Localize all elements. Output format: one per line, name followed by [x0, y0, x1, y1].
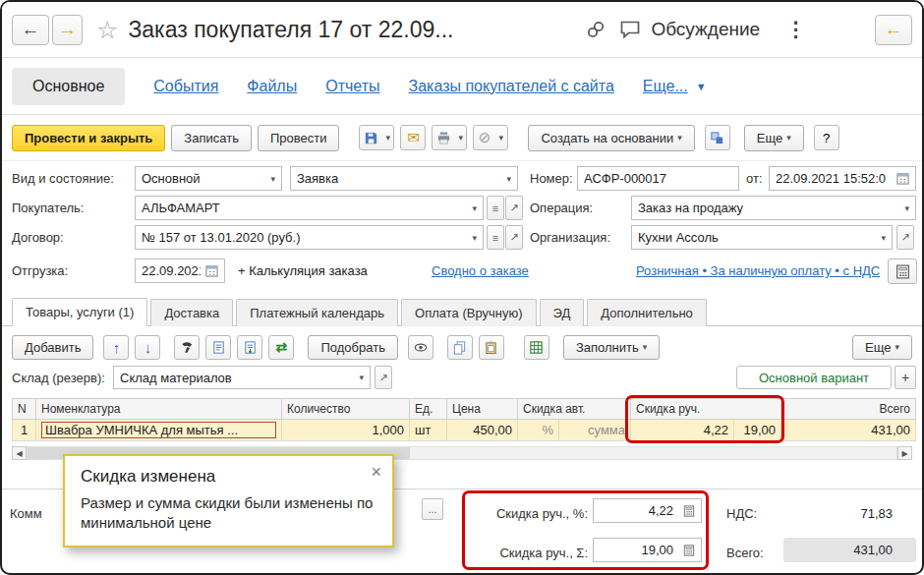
order-calculation-toggle[interactable]: + Калькуляция заказа [238, 259, 368, 283]
date-field[interactable]: 22.09.2021 15:52:0 [769, 166, 916, 191]
load-rows-button[interactable] [205, 335, 231, 360]
save-format-button[interactable]: ▾ [359, 125, 394, 150]
org-select[interactable]: Кухни Ассоль ▾ [631, 225, 893, 250]
subtab-payment-calendar[interactable]: Платежный календарь [236, 299, 398, 326]
subtab-ed[interactable]: ЭД [540, 299, 585, 326]
restrictions-button[interactable]: ⊘ ▾ [473, 125, 508, 150]
cell-discount-manual-sum[interactable]: 19,00 [734, 420, 781, 441]
price-calculator-button[interactable] [888, 259, 917, 284]
command-bar: Провести и закрыть Записать Провести ▾ ✉… [2, 115, 922, 161]
subtab-items[interactable]: Товары, услуги (1) [12, 298, 147, 326]
tab-reports[interactable]: Отчеты [325, 78, 379, 95]
favorite-star-icon[interactable]: ☆ [96, 18, 118, 42]
number-field[interactable]: АСФР-000017 [577, 166, 739, 191]
collapse-panel-button[interactable]: ← [875, 15, 912, 45]
operation-select[interactable]: Заказ на продажу ▾ [631, 196, 916, 220]
warehouse-open-button[interactable]: ↗ [375, 366, 392, 389]
kebab-menu-icon[interactable]: ⋮ [785, 18, 806, 41]
cell-price[interactable]: 450,00 [447, 420, 518, 441]
send-email-button[interactable]: ✉ [400, 125, 426, 150]
close-icon[interactable]: × [371, 463, 381, 481]
tab-site-orders[interactable]: Заказы покупателей с сайта [409, 78, 614, 95]
more-button[interactable]: Еще ▾ [744, 125, 804, 151]
move-up-button[interactable]: ↑ [103, 335, 129, 360]
contract-open-button[interactable]: ↗ [505, 225, 523, 250]
cell-qty[interactable]: 1,000 [282, 420, 410, 441]
print-button[interactable]: ▾ [432, 125, 467, 150]
col-qty[interactable]: Количество [282, 398, 410, 420]
copy-link-icon[interactable] [586, 20, 606, 39]
back-icon: ← [22, 19, 40, 40]
pick-items-button[interactable]: Подобрать [308, 335, 397, 360]
related-documents-button[interactable] [705, 125, 730, 150]
back-button[interactable]: ← [12, 15, 49, 45]
tab-main[interactable]: Основное [12, 68, 125, 105]
main-variant-button[interactable]: Основной вариант [736, 366, 892, 389]
discussion-label[interactable]: Обсуждение [651, 19, 760, 40]
buyer-select[interactable]: АЛЬФАМАРТ ▾ [135, 196, 484, 220]
subtab-additional[interactable]: Дополнительно [587, 299, 707, 326]
col-discount-manual[interactable]: Скидка руч. [631, 398, 781, 420]
calendar-icon[interactable] [892, 172, 909, 185]
items-more-button[interactable]: Еще ▾ [852, 335, 912, 360]
unload-rows-button[interactable] [237, 335, 262, 360]
open-icon: ↗ [378, 372, 387, 384]
col-item[interactable]: Номенклатура [36, 398, 282, 420]
calendar-icon[interactable] [201, 264, 218, 277]
dropdown-icon: ▾ [643, 342, 648, 352]
buyer-open-button[interactable]: ↗ [505, 196, 523, 220]
warehouse-select[interactable]: Склад материалов ▾ [113, 366, 371, 389]
cell-discount-manual-pct[interactable]: 4,22 [631, 420, 734, 441]
copy-rows-button[interactable] [447, 335, 473, 360]
post-and-close-button[interactable]: Провести и закрыть [12, 125, 165, 151]
save-button[interactable]: Записать [171, 125, 252, 151]
calculator-icon[interactable] [678, 545, 695, 556]
scroll-right-button[interactable]: ▶ [897, 446, 912, 460]
warehouse-row: Склад (резерв): Склад материалов ▾ ↗ Осн… [2, 366, 922, 391]
col-price[interactable]: Цена [447, 398, 518, 420]
contract-select[interactable]: № 157 от 13.01.2020 (руб.) ▾ [135, 225, 484, 250]
comment-expand-button[interactable]: ... [422, 498, 443, 520]
dropdown-icon: ▾ [458, 133, 463, 143]
discussion-icon[interactable] [619, 20, 641, 39]
add-row-button[interactable]: Добавить [12, 335, 93, 360]
contract-list-button[interactable]: ≡ [487, 225, 504, 250]
col-total[interactable]: Всего [781, 398, 916, 420]
more-dropdown-icon[interactable]: ▼ [696, 81, 707, 92]
add-variant-button[interactable]: + [895, 366, 916, 389]
help-button[interactable]: ? [814, 125, 839, 150]
buyer-list-button[interactable]: ≡ [487, 196, 504, 220]
fill-button[interactable]: Заполнить ▾ [563, 335, 660, 360]
barcode-scanner-button[interactable] [174, 335, 200, 360]
org-open-button[interactable]: ↗ [896, 225, 914, 250]
col-n[interactable]: N [12, 398, 36, 420]
swap-rows-button[interactable]: ⇄ [268, 335, 294, 360]
subtab-payment[interactable]: Оплата (Вручную) [401, 299, 536, 326]
chevron-down-icon: ▾ [467, 233, 477, 243]
status-select[interactable]: Заявка ▾ [290, 166, 518, 191]
tab-files[interactable]: Файлы [247, 78, 297, 95]
export-table-button[interactable] [524, 335, 549, 360]
terms-link[interactable]: Розничная • За наличную оплату • с НДС [636, 259, 880, 283]
table-row[interactable]: 1 Швабра УМНИЧКА для мытья ... 1,000 шт … [12, 420, 916, 441]
paste-rows-button[interactable] [479, 335, 504, 360]
order-summary-link[interactable]: Сводно о заказе [432, 259, 529, 283]
create-based-on-button[interactable]: Создать на основании ▾ [528, 125, 694, 151]
discount-pct-field[interactable]: 4,22 [593, 498, 702, 523]
calculator-icon[interactable] [678, 505, 695, 517]
col-discount-auto[interactable]: Скидка авт. [518, 398, 631, 420]
kind-select[interactable]: Основной ▾ [135, 166, 282, 191]
forward-button[interactable]: → [52, 15, 83, 45]
unload-doc-icon [243, 340, 258, 355]
tab-events[interactable]: События [153, 78, 218, 95]
subtab-delivery[interactable]: Доставка [150, 299, 233, 326]
view-button[interactable] [408, 335, 433, 360]
col-unit[interactable]: Ед. [410, 398, 447, 420]
shipping-date-field[interactable]: 22.09.2021 [135, 259, 225, 283]
tab-more[interactable]: Еще... [643, 78, 688, 95]
post-button[interactable]: Провести [258, 125, 340, 151]
scroll-left-button[interactable]: ◀ [12, 446, 27, 460]
cell-item[interactable]: Швабра УМНИЧКА для мытья ... [36, 420, 282, 441]
move-down-button[interactable]: ↓ [135, 335, 160, 360]
discount-sum-field[interactable]: 19,00 [593, 538, 702, 562]
